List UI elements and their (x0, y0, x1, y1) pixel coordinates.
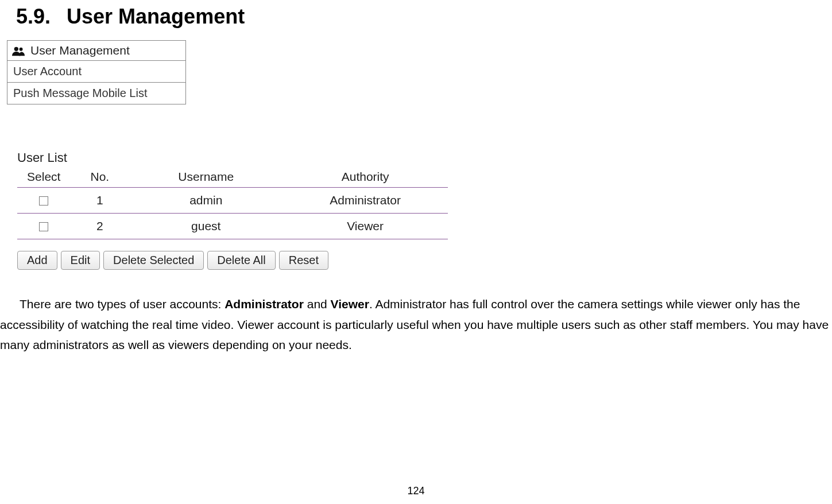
button-row: Add Edit Delete Selected Delete All Rese… (17, 251, 448, 270)
cell-no: 1 (70, 188, 129, 214)
add-button[interactable]: Add (17, 251, 57, 270)
section-heading: 5.9.User Management (16, 5, 832, 29)
users-icon (12, 45, 25, 56)
table-row: 1 admin Administrator (17, 188, 448, 214)
col-header-username: Username (129, 166, 283, 188)
para-bold-admin: Administrator (225, 297, 304, 311)
edit-button[interactable]: Edit (61, 251, 100, 270)
svg-point-1 (20, 48, 23, 51)
para-text: and (304, 297, 331, 311)
col-header-authority: Authority (283, 166, 448, 188)
cell-no: 2 (70, 214, 129, 239)
section-number: 5.9. (16, 5, 51, 28)
para-bold-viewer: Viewer (331, 297, 369, 311)
delete-all-button[interactable]: Delete All (207, 251, 276, 270)
nav-item-push-message[interactable]: Push Message Mobile List (7, 83, 185, 104)
nav-header-label: User Management (30, 44, 130, 57)
nav-item-label: Push Message Mobile List (13, 87, 147, 99)
col-header-select: Select (17, 166, 70, 188)
row-checkbox[interactable] (39, 196, 48, 206)
table-row: 2 guest Viewer (17, 214, 448, 239)
svg-point-0 (14, 47, 18, 51)
cell-username: guest (129, 214, 283, 239)
user-list-table: Select No. Username Authority 1 admin Ad… (17, 166, 448, 239)
col-header-no: No. (70, 166, 129, 188)
cell-authority: Administrator (283, 188, 448, 214)
cell-username: admin (129, 188, 283, 214)
user-list-title: User List (17, 150, 448, 165)
nav-panel: User Management User Account Push Messag… (7, 40, 186, 104)
row-checkbox[interactable] (39, 222, 48, 231)
description-paragraph: There are two types of user accounts: Ad… (0, 294, 832, 355)
nav-item-user-account[interactable]: User Account (7, 61, 185, 83)
cell-authority: Viewer (283, 214, 448, 239)
delete-selected-button[interactable]: Delete Selected (103, 251, 204, 270)
para-text: There are two types of user accounts: (20, 297, 225, 311)
nav-header: User Management (7, 41, 185, 61)
page-number: 124 (0, 485, 832, 497)
table-header-row: Select No. Username Authority (17, 166, 448, 188)
nav-item-label: User Account (13, 65, 82, 77)
section-title: User Management (67, 5, 245, 28)
user-list-section: User List Select No. Username Authority … (17, 150, 448, 270)
reset-button[interactable]: Reset (279, 251, 328, 270)
